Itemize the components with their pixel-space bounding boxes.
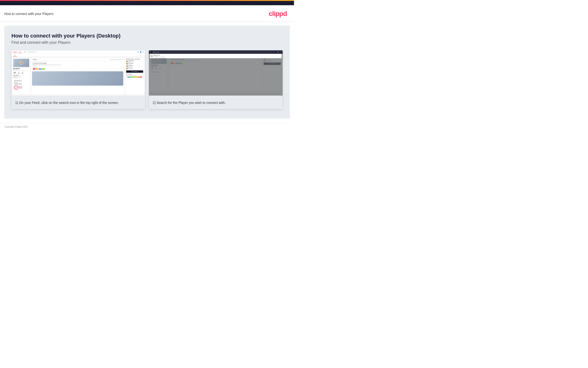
player-info-3: Hiral Pujara Activities: 3 <box>129 65 133 67</box>
search-result-location: Cypress Point Club, United Kingdom <box>154 56 165 57</box>
mini-ui-1: clippd Home Teams My Performance 🔍 👤 ⚙ F… <box>11 50 145 96</box>
profile-icon[interactable]: 👤 <box>140 51 141 53</box>
mini-nav-1: clippd Home Teams My Performance 🔍 👤 ⚙ <box>11 50 145 54</box>
caption-text-2: 2) Search for the Player you wish to con… <box>153 100 279 105</box>
top-bar <box>0 0 294 5</box>
caption-text-1: 1) On your Feed, click on the search ico… <box>15 100 141 105</box>
activity-duration-label: Duration <box>33 66 122 67</box>
player-perf-row: Eli Vincent <box>14 82 28 83</box>
player-info-2: Piers Parnell Activities: 4 <box>129 63 133 65</box>
latest-activity-date: 27 Jul 2022 <box>13 77 29 78</box>
activity-image <box>32 71 123 86</box>
activity-tags: OTT APP ARG PUTT <box>33 68 122 70</box>
copyright: Copyright Clippd 2022 <box>4 126 28 128</box>
heatmap-range: -5 +5 <box>126 77 143 77</box>
search-result-info: Marcus Turner 1-5 Handicap Cypress Point… <box>154 55 165 57</box>
activity-desc: Walking the course with my coach to buil… <box>33 64 122 65</box>
following-bar: Following Control who can see your activ… <box>32 59 123 60</box>
search-icon-2: 🔍 <box>150 51 151 53</box>
quality-gauge: 84 <box>14 85 18 90</box>
mini-nav-myperformance: My Performance <box>28 51 36 53</box>
avatar <box>20 61 23 65</box>
following-button[interactable]: Following <box>32 59 37 60</box>
accent-bar <box>0 0 294 1</box>
quality-stats: OTT ▬ 79 APP ▬ 70 ARG ▬ 61 <box>19 86 23 89</box>
activity-when: · Yesterday · The Grove <box>38 62 47 63</box>
mini-search-bar: 🔍 Marcus Turner CLEAR ✕ <box>149 50 283 54</box>
latest-activity-label: Latest Activity <box>13 75 29 76</box>
mini-logo-1: clippd <box>13 51 17 53</box>
player-item-4: Eli Vincent Activities: 1 <box>126 67 143 69</box>
mini-tabs-1: Feed <box>11 54 145 57</box>
search-result-dropdown: Marcus Turner 1-5 Handicap Cypress Point… <box>150 54 282 58</box>
activity-author: Richard Butler <box>33 62 38 63</box>
mini-left-panel: Blair McHarg Golf Coach Mill Ride Golf C… <box>12 58 30 94</box>
mini-center-panel: Following Control who can see your activ… <box>31 58 124 94</box>
clear-button[interactable]: CLEAR <box>276 52 279 53</box>
page-title: How to connect with your Players (Deskto… <box>11 33 283 39</box>
stat-followers: 3 Followers <box>17 72 20 74</box>
page-subtitle: Find and connect with your Players <box>11 40 283 45</box>
screenshots-row: clippd Home Teams My Performance 🔍 👤 ⚙ F… <box>11 50 283 109</box>
settings-icon[interactable]: ⚙ <box>142 51 144 53</box>
search-input-text: Marcus Turner <box>153 52 159 53</box>
player-item-2: Piers Parnell Activities: 4 <box>126 63 143 65</box>
mini-right-panel: Most Active Players - Last 30 days Richa… <box>125 58 144 94</box>
player-perf-name: Eli Vincent <box>14 82 18 83</box>
player-item-1: Richard Butler Activities: 7 <box>126 60 143 62</box>
mini-ui-2: clippd Home Teams My Performance Blair M… <box>149 50 283 96</box>
header: How to connect with your Players clippd <box>0 5 294 21</box>
caption-1: 1) On your Feed, click on the search ico… <box>11 96 145 109</box>
activity-card: Richard Butler · Yesterday · The Grove P… <box>32 61 123 71</box>
close-button[interactable]: ✕ <box>280 51 282 53</box>
mini-profile-image <box>13 59 29 67</box>
control-link[interactable]: Control who can see your activity and da… <box>110 59 123 60</box>
search-input[interactable]: Marcus Turner <box>152 51 275 53</box>
heatmap-bar <box>127 77 142 77</box>
stat-activities: 129 Activities <box>13 72 16 74</box>
search-result-avatar <box>150 55 153 57</box>
total-quality-label: Total Player Quality <box>14 83 28 84</box>
tag-putt: PUTT <box>42 68 45 70</box>
page-header-title: How to connect with your Players <box>4 12 53 16</box>
main-content: How to connect with your Players (Deskto… <box>4 26 290 119</box>
search-icon[interactable]: 🔍 <box>137 51 139 53</box>
caption-2: 2) Search for the Player you wish to con… <box>149 96 283 109</box>
tag-ott: OTT <box>33 68 35 70</box>
activity-who-when: Richard Butler · Yesterday · The Grove <box>33 62 122 63</box>
stat-following: 4 Following <box>21 72 24 74</box>
player-info-4: Eli Vincent Activities: 1 <box>129 67 133 69</box>
logo: clippd <box>269 10 287 18</box>
profile-location: Mill Ride Golf Club, United Kingdom <box>13 70 29 71</box>
team-heatmap-title: Team Heatmap <box>126 74 143 75</box>
player-item-3: Hiral Pujara Activities: 3 <box>126 65 143 67</box>
mini-nav-teams: Teams <box>23 51 27 53</box>
player-performance-title: Player Performance <box>14 80 28 81</box>
mini-nav-icons: 🔍 👤 ⚙ <box>137 51 144 53</box>
footer: Copyright Clippd 2022 <box>0 123 294 130</box>
activity-title: Pre Tournament Course Walk <box>33 63 122 64</box>
profile-stats: 129 Activities 3 Followers 4 Following <box>13 72 29 74</box>
tag-arg: ARG <box>39 68 41 70</box>
player-info-1: Richard Butler Activities: 7 <box>129 60 134 62</box>
most-active-title: Most Active Players - Last 30 days <box>126 59 143 60</box>
player-avatar-3 <box>126 65 128 67</box>
player-avatar-2 <box>126 63 128 65</box>
mini-tab-feed[interactable]: Feed <box>13 54 17 56</box>
team-dashboard-button[interactable]: Team Dashboard <box>126 70 143 73</box>
heatmap-subtitle: Player Quality · 20 Round Trend <box>126 75 143 76</box>
player-avatar-4 <box>126 67 128 69</box>
screenshot-1: clippd Home Teams My Performance 🔍 👤 ⚙ F… <box>11 50 145 109</box>
screenshot-2: clippd Home Teams My Performance Blair M… <box>149 50 283 109</box>
mini-body-1: Blair McHarg Golf Coach Mill Ride Golf C… <box>11 57 145 95</box>
player-performance-panel: Player Performance Eli Vincent Total Pla… <box>13 79 29 90</box>
mini-nav-home: Home <box>18 51 22 53</box>
player-avatar-1 <box>126 60 128 62</box>
tag-app: APP <box>36 68 38 70</box>
